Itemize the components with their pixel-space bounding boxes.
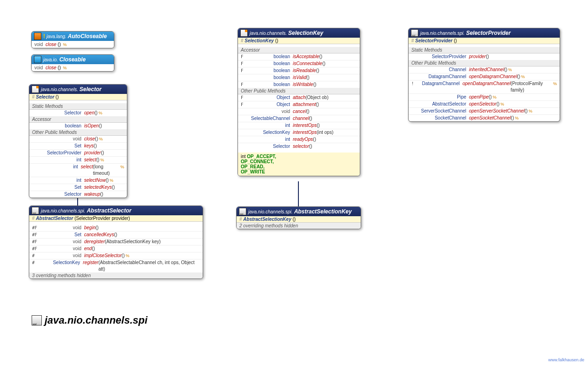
method-row: PipeopenPipe () % (409, 94, 560, 101)
methods: voidclose () %Setkeys ()SelectorProvider… (29, 136, 127, 198)
note: 3 overriding methods hidden (29, 272, 203, 279)
methods: booleanisOpen () (29, 123, 127, 129)
section-other: Other Public Methods (29, 129, 127, 136)
header: java.nio.channels.spi. AbstractSelection… (237, 207, 361, 216)
section-other: Other Public Methods (409, 60, 560, 66)
throws: % (63, 66, 67, 70)
disk-icon (34, 56, 41, 63)
method-row: SetselectedKeys () (29, 184, 127, 191)
method-row: void close () % (32, 41, 114, 48)
pkg: java.nio.channels. (250, 31, 287, 36)
header: java.nio.channels. Selector (29, 85, 127, 94)
method-row: FbooleanisAcceptable () (238, 53, 360, 60)
pkg: java.nio.channels.spi. (420, 31, 465, 36)
method-row: FbooleanisWritable () (238, 81, 360, 88)
package-name: java.nio.channels.spi (45, 314, 147, 326)
method-row: #Fvoidbegin () (29, 225, 203, 232)
ctor-name: Selector (36, 94, 54, 100)
methods: Selectoropen () % (29, 110, 127, 116)
note: 2 overriding methods hidden (237, 223, 361, 229)
pkg: java.nio.channels. (41, 87, 78, 92)
ctor-name: SelectionKey (244, 38, 274, 43)
cls: Selector (79, 86, 101, 93)
cls: AbstractSelectionKey (294, 208, 352, 215)
spi-icon (32, 315, 42, 325)
method-row: #SelectionKeyregister (AbstractSelectabl… (29, 259, 203, 272)
section-accessor: Accessor (29, 116, 127, 123)
ctor-params: (SelectorProvider provider) (74, 216, 130, 221)
section-accessor: Accessor (238, 47, 360, 53)
header: java.nio.channels.spi. SelectorProvider (409, 28, 560, 38)
method-row: SelectableChannelchannel () (238, 115, 360, 122)
cup-icon (34, 33, 41, 40)
class-abstractselectionkey: java.nio.channels.spi. AbstractSelection… (236, 206, 361, 229)
constructor: # AbstractSelector (SelectorProvider pro… (29, 215, 203, 222)
method-row: ServerSocketChannelopenServerSocketChann… (409, 108, 560, 115)
constructor: # AbstractSelectionKey () (237, 216, 361, 223)
constructor: # SelectionKey () (238, 38, 360, 44)
cls: AbstractSelector (87, 207, 132, 214)
ret: void (34, 65, 43, 70)
spi-icon (32, 207, 39, 214)
method-row: voidcancel () (238, 108, 360, 115)
header: java.io. Closeable (32, 55, 114, 64)
method-row: #voidimplCloseSelector () % (29, 252, 203, 259)
methods: ChannelinheritedChannel () %DatagramChan… (409, 66, 560, 121)
ctor-name: AbstractSelector (36, 216, 73, 221)
method-row: intselect (long timeout) % (29, 164, 127, 177)
class-selector: java.nio.channels. Selector # Selector (… (29, 84, 127, 198)
package-label: java.nio.channels.spi (32, 314, 147, 326)
mod: # (411, 38, 414, 43)
mth: close (46, 42, 56, 47)
methods: FbooleanisAcceptable ()FbooleanisConnect… (238, 53, 360, 88)
constructor: # Selector () (29, 94, 127, 100)
constants: int OP_ACCEPT,OP_CONNECT,OP_READ,OP_WRIT… (238, 153, 360, 176)
doc-icon (240, 29, 248, 37)
class-abstractselector: java.nio.channels.spi. AbstractSelector … (29, 206, 203, 279)
ctor-params: () (454, 38, 457, 43)
ctor-params: () (293, 217, 296, 222)
method-row: booleanisValid () (238, 74, 360, 81)
class-selectorprovider: java.nio.channels.spi. SelectorProvider … (408, 28, 560, 122)
method-row: AbstractSelectoropenSelector () % (409, 101, 560, 108)
cls: SelectorProvider (466, 30, 511, 36)
method-row: #Fvoidderegister (AbstractSelectionKey k… (29, 239, 203, 246)
method-row: Selectorselector () (238, 143, 360, 150)
method-row: FbooleanisReadable () (238, 67, 360, 74)
methods: SelectorProviderprovider () (409, 53, 560, 60)
method-row: DatagramChannelopenDatagramChannel () % (409, 73, 560, 80)
pkg: java.lang. (46, 34, 66, 39)
methods: #Fvoidbegin ()#FSetcancelledKeys ()#Fvoi… (29, 225, 203, 272)
doc-icon (32, 86, 39, 93)
section-static: Static Methods (409, 47, 560, 53)
spi-icon (411, 29, 418, 37)
method-row: Selectoropen () % (29, 110, 127, 116)
exc-marker: ! (43, 33, 45, 40)
section-other: Other Public Methods (238, 88, 360, 94)
pkg: java.nio.channels.spi. (41, 208, 86, 213)
throws: % (63, 42, 67, 47)
cls: SelectionKey (288, 30, 323, 36)
method-row: SocketChannelopenSocketChannel () % (409, 115, 560, 121)
class-selectionkey: java.nio.channels. SelectionKey # Select… (238, 28, 360, 176)
header: ! java.lang. AutoCloseable (32, 32, 114, 41)
footer-link[interactable]: www.falkhausen.de (548, 358, 584, 362)
method-row: intreadyOps () (238, 136, 360, 143)
method-row: intinterestOps () (238, 122, 360, 129)
method-row: FObjectattach (Object ob) (238, 94, 360, 101)
mod: # (241, 38, 244, 43)
mod: # (32, 216, 35, 221)
method-row: void close () % (32, 64, 114, 71)
line-sk-ask (298, 181, 299, 206)
method-row: intselectNow () % (29, 177, 127, 184)
class-autocloseable: ! java.lang. AutoCloseable void close ()… (31, 31, 114, 48)
ret: void (34, 42, 43, 47)
method-row: booleanisOpen () (29, 123, 127, 129)
const-type: int (241, 154, 247, 159)
header: java.nio.channels.spi. AbstractSelector (29, 206, 203, 215)
method-row: #FSetcancelledKeys () (29, 232, 203, 239)
method-row: FObjectattachment () (238, 101, 360, 108)
methods: FObjectattach (Object ob)FObjectattachme… (238, 94, 360, 150)
cls: Closeable (59, 56, 86, 63)
method-row: ChannelinheritedChannel () % (409, 66, 560, 73)
